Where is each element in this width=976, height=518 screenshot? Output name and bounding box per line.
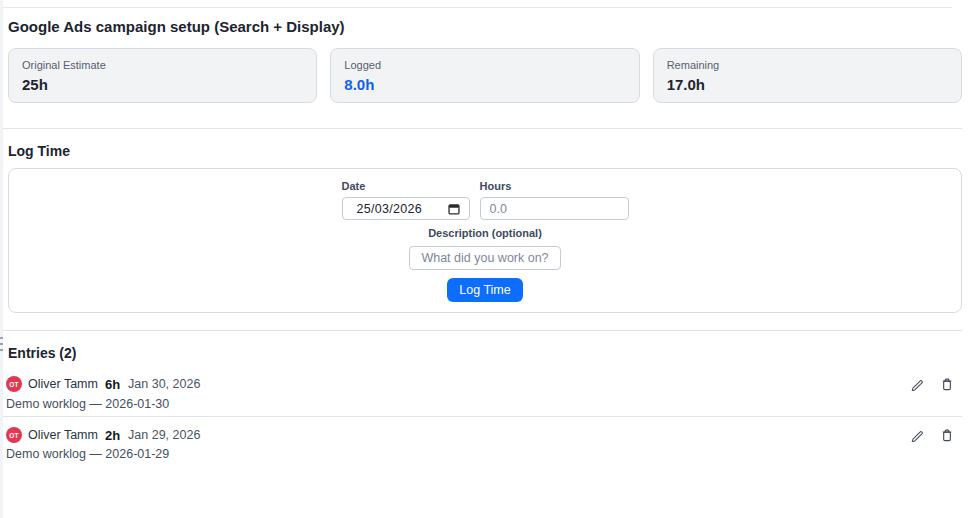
stat-label: Original Estimate [22,59,303,72]
pencil-icon [910,428,924,442]
delete-entry-button[interactable] [939,427,954,443]
edit-entry-button[interactable] [909,427,924,443]
log-time-panel: Date 25/03/2026 Hours [8,168,962,313]
calendar-icon[interactable] [448,203,460,215]
avatar: OT [6,376,22,392]
divider [0,330,962,331]
avatar: OT [6,427,22,443]
drag-handle-dots [0,337,3,354]
top-divider [0,7,952,8]
description-label: Description (optional) [428,228,542,239]
hours-input[interactable] [480,197,629,220]
stat-card-logged: Logged 8.0h [330,48,639,103]
trash-icon [940,377,954,392]
log-time-heading: Log Time [8,144,962,158]
log-time-button[interactable]: Log Time [447,278,522,302]
log-time-form: Date 25/03/2026 Hours [9,169,961,302]
edit-entry-button[interactable] [909,376,924,392]
date-label: Date [342,181,470,192]
entries-heading: Entries (2) [8,346,962,360]
date-value: 25/03/2026 [357,202,423,216]
pencil-icon [910,377,924,391]
entry-description: Demo worklog — 2026-01-30 [6,397,962,411]
entry-author: Oliver Tamm [28,377,98,391]
divider [0,128,962,129]
entry-date: Jan 29, 2026 [128,428,200,442]
hours-label: Hours [480,181,629,192]
stat-value: 17.0h [667,76,948,93]
entry-date: Jan 30, 2026 [128,377,200,391]
trash-icon [940,428,954,443]
entry-author: Oliver Tamm [28,428,98,442]
description-input[interactable] [409,246,561,270]
page-title: Google Ads campaign setup (Search + Disp… [8,19,962,34]
stats-row: Original Estimate 25h Logged 8.0h Remain… [8,48,962,103]
entry-hours: 6h [105,377,120,392]
stat-value: 25h [22,76,303,93]
divider [0,416,962,417]
worklog-entry: OT Oliver Tamm 6h Jan 30, 2026 [6,376,962,411]
stat-card-remaining: Remaining 17.0h [653,48,962,103]
worklog-entry: OT Oliver Tamm 2h Jan 29, 2026 [6,427,962,461]
delete-entry-button[interactable] [939,376,954,392]
stat-label: Remaining [667,59,948,72]
entry-hours: 2h [105,428,120,443]
date-input[interactable]: 25/03/2026 [342,197,470,220]
entry-description: Demo worklog — 2026-01-29 [6,447,962,461]
stat-label: Logged [344,59,625,72]
stat-value: 8.0h [344,76,625,93]
stat-card-original-estimate: Original Estimate 25h [8,48,317,103]
left-edge-strip [0,0,3,518]
worklog-panel: Google Ads campaign setup (Search + Disp… [0,0,976,518]
